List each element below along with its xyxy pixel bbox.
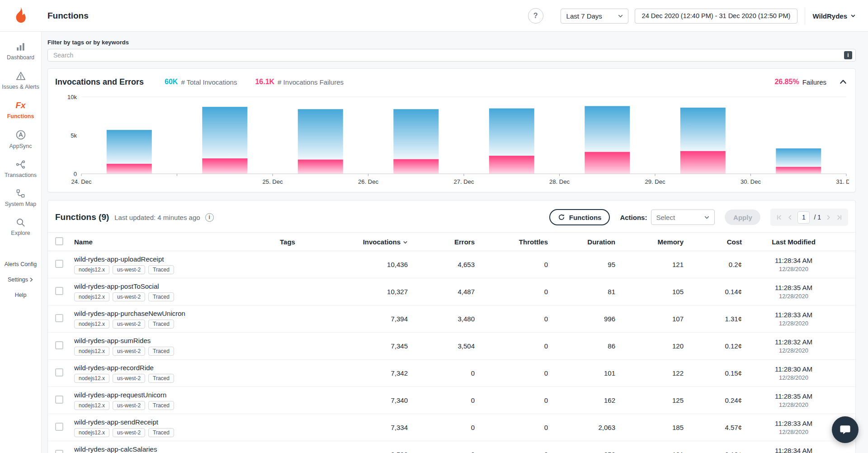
help-button[interactable]: ?	[528, 8, 543, 24]
sidebar-item-transactions[interactable]: Transactions	[0, 155, 41, 184]
sidebar-link-alerts-config[interactable]: Alerts Config	[5, 261, 37, 267]
column-header-cost[interactable]: Cost	[688, 238, 746, 246]
sidebar-item-dashboard[interactable]: Dashboard	[0, 37, 41, 66]
info-icon[interactable]: i	[205, 213, 214, 222]
invocations-cell: 7,394	[329, 315, 412, 323]
fx-glyph: Fx	[15, 100, 25, 110]
sidebar-link-help[interactable]: Help	[15, 292, 27, 298]
errors-cell: 0	[412, 451, 479, 453]
function-name-link[interactable]: wild-rydes-app-recordRide	[74, 364, 246, 372]
row-checkbox-cell	[55, 260, 74, 270]
account-menu[interactable]: WildRydes	[812, 12, 856, 20]
row-checkbox[interactable]	[55, 260, 63, 268]
duration-cell: 95	[552, 261, 620, 268]
refresh-icon	[558, 214, 565, 221]
function-name-link[interactable]: wild-rydes-app-calcSalaries	[74, 445, 246, 453]
function-badges: nodejs12.xus-west-2Traced	[74, 292, 246, 301]
function-badge: nodejs12.x	[74, 319, 109, 329]
prev-page-button[interactable]	[787, 214, 793, 221]
function-name-cell: wild-rydes-app-purchaseNewUnicronnodejs1…	[74, 310, 246, 329]
memory-cell: 125	[620, 396, 688, 404]
table-row: wild-rydes-app-uploadReceiptnodejs12.xus…	[48, 251, 855, 278]
sidebar-item-label: Issues & Alerts	[2, 84, 39, 91]
current-page[interactable]: 1	[797, 211, 810, 224]
memory-cell: 185	[620, 424, 688, 431]
sidebar-item-functions[interactable]: FxFunctions	[0, 95, 41, 125]
column-header-tags[interactable]: Tags	[246, 238, 329, 246]
row-checkbox-cell	[55, 423, 74, 433]
row-checkbox[interactable]	[55, 396, 63, 404]
function-badge: us-west-2	[113, 265, 145, 274]
function-name-link[interactable]: wild-rydes-app-purchaseNewUnicron	[74, 310, 246, 317]
time-range-select[interactable]: Last 7 Days	[561, 9, 628, 24]
duration-cell: 162	[552, 396, 620, 404]
column-header-name[interactable]: Name	[74, 238, 246, 246]
function-name-link[interactable]: wild-rydes-app-requestUnicorn	[74, 391, 246, 399]
modified-time: 11:28:35 AM	[746, 284, 841, 291]
collapse-chart-button[interactable]	[838, 77, 848, 87]
row-checkbox-cell	[55, 341, 74, 351]
row-checkbox-cell	[55, 314, 74, 324]
first-page-button[interactable]	[776, 214, 783, 221]
invocation-failures-label: # Invocations Failures	[278, 78, 344, 86]
column-header-invocations[interactable]: Invocations	[329, 238, 412, 246]
function-name-link[interactable]: wild-rydes-app-postToSocial	[74, 282, 246, 290]
column-header-errors[interactable]: Errors	[412, 238, 479, 246]
table-row: wild-rydes-app-sumRidesnodejs12.xus-west…	[48, 333, 855, 360]
sidebar-nav: DashboardIssues & AlertsFxFunctionsAppSy…	[0, 37, 41, 241]
memory-cell: 122	[620, 369, 688, 377]
function-name-link[interactable]: wild-rydes-app-uploadReceipt	[74, 255, 246, 263]
select-all-checkbox[interactable]	[55, 237, 63, 245]
sidebar-item-system-map[interactable]: System Map	[0, 184, 41, 213]
function-name-link[interactable]: wild-rydes-app-sumRides	[74, 337, 246, 344]
function-badge: us-west-2	[113, 347, 145, 356]
column-header-memory[interactable]: Memory	[620, 238, 688, 246]
apply-button[interactable]: Apply	[725, 210, 760, 225]
row-checkbox[interactable]	[55, 287, 63, 295]
modified-time: 11:28:34 AM	[746, 257, 841, 264]
memory-cell: 121	[620, 451, 688, 453]
explore-icon	[16, 218, 25, 227]
column-header-label: Throttles	[519, 238, 548, 246]
duration-cell: 86	[552, 342, 620, 350]
row-checkbox[interactable]	[55, 314, 63, 322]
date-range-picker[interactable]: 24 Dec 2020 (12:40 PM) - 31 Dec 2020 (12…	[635, 9, 798, 24]
search-info-icon[interactable]: i	[844, 51, 852, 59]
function-name-cell: wild-rydes-app-postToSocialnodejs12.xus-…	[74, 282, 246, 301]
sidebar-item-explore[interactable]: Explore	[0, 213, 41, 242]
main-content: Filter by tags or by keywords i Invocati…	[42, 32, 868, 453]
last-modified-cell: 11:28:30 AM12/28/2020	[746, 365, 841, 381]
search-input[interactable]	[47, 49, 856, 62]
refresh-functions-button[interactable]: Functions	[549, 209, 610, 225]
actions-select[interactable]: Select	[651, 210, 715, 225]
dashboard-icon	[16, 42, 25, 52]
column-header-duration[interactable]: Duration	[552, 238, 620, 246]
sidebar-link-settings[interactable]: Settings	[8, 277, 33, 283]
errors-cell: 3,480	[412, 315, 479, 323]
invocations-cell: 7,340	[329, 396, 412, 404]
sidebar: DashboardIssues & AlertsFxFunctionsAppSy…	[0, 32, 42, 453]
row-checkbox[interactable]	[55, 423, 63, 431]
function-badge: Traced	[148, 292, 174, 301]
modified-date: 12/28/2020	[746, 293, 841, 300]
function-name-link[interactable]: wild-rydes-app-sendReceipt	[74, 418, 246, 426]
row-checkbox[interactable]	[55, 341, 63, 349]
row-checkbox[interactable]	[55, 368, 63, 377]
page-title: Functions	[47, 11, 89, 21]
last-page-button[interactable]	[836, 214, 843, 221]
row-checkbox[interactable]	[55, 450, 63, 453]
chart-title: Invocations and Errors	[55, 77, 144, 87]
sidebar-item-appsync[interactable]: AppSync	[0, 124, 41, 155]
column-header-throttles[interactable]: Throttles	[479, 238, 552, 246]
last-modified-cell: 11:28:35 AM12/28/2020	[746, 284, 841, 300]
column-header-modified[interactable]: Last Modified	[746, 238, 841, 246]
chat-launcher[interactable]	[832, 416, 859, 443]
failure-rate-label: Failures	[802, 78, 826, 86]
sidebar-links: Alerts ConfigSettingsHelp	[0, 261, 41, 298]
invocations-cell: 10,327	[329, 288, 412, 296]
brand-logo[interactable]	[0, 6, 42, 25]
sidebar-item-issues-alerts[interactable]: Issues & Alerts	[0, 66, 41, 95]
next-page-button[interactable]	[825, 214, 832, 221]
fx-icon: Fx	[15, 100, 25, 110]
errors-cell: 0	[412, 424, 479, 431]
